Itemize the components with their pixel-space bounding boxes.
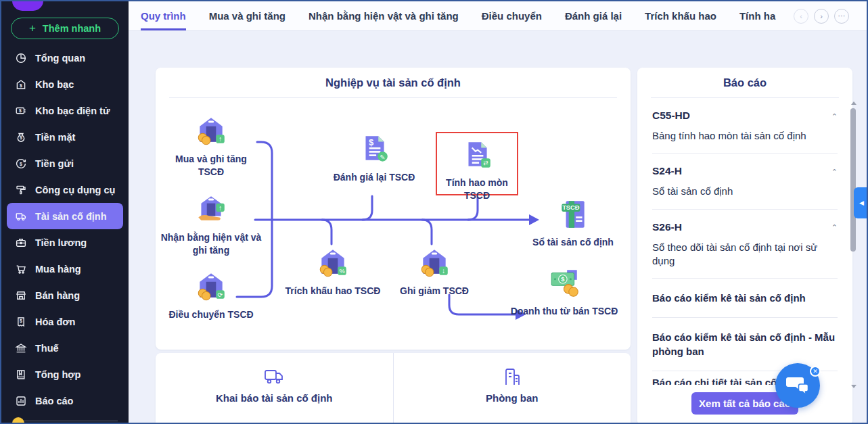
- report-item-kiem-ke[interactable]: Báo cáo kiểm kê tài sản cố định: [652, 279, 838, 318]
- report-description[interactable]: Sổ tài sản cố định: [652, 185, 838, 198]
- flow-node-label[interactable]: Sổ tài sản cố định: [526, 236, 620, 249]
- scrollbar-thumb[interactable]: [850, 108, 856, 252]
- purchase-icon: [15, 263, 27, 275]
- quick-add-button[interactable]: + Thêm nhanh: [11, 18, 119, 39]
- tabs-scroll-left-button[interactable]: ‹: [794, 9, 808, 24]
- svg-text:$: $: [19, 108, 22, 114]
- sidebar-item-label: Hóa đơn: [35, 316, 75, 327]
- tax-icon: [15, 342, 27, 354]
- report-group-s26-h[interactable]: S26-H ⌃ Sổ theo dõi tài sản cố định tại …: [652, 210, 838, 279]
- sidebar-item-label: Tiền lương: [35, 237, 87, 248]
- svg-text:%: %: [339, 268, 344, 275]
- sidebar-item-tong-quan[interactable]: Tổng quan: [1, 45, 129, 71]
- tab-danh-gia-lai[interactable]: Đánh giá lại: [565, 1, 622, 30]
- panel-collapse-handle[interactable]: ◀: [854, 187, 868, 218]
- sidebar-item-hoa-don[interactable]: $ Hóa đơn: [1, 308, 129, 335]
- sidebar-item-label: Báo cáo: [35, 396, 73, 406]
- flow-node-label[interactable]: Điều chuyển TSCĐ: [164, 308, 258, 321]
- flow-node-label[interactable]: Tính hao mòn TSCĐ: [437, 176, 517, 202]
- flow-node-danh-gia-lai[interactable]: $✎ Đánh giá lại TSCĐ: [327, 132, 421, 184]
- app-window: { "sidebar": { "quick_add_label": "Thêm …: [0, 0, 868, 424]
- tabs: Quy trình Mua và ghi tăng Nhận bằng hiện…: [129, 1, 787, 30]
- svg-text:$: $: [20, 319, 22, 324]
- e-treasury-icon: $: [15, 105, 27, 117]
- report-group-s24-h[interactable]: S24-H ⌃ Sổ tài sản cố định: [652, 154, 838, 209]
- tabs-scroll-right-button[interactable]: ›: [814, 9, 829, 24]
- tab-tinh-hao-mon[interactable]: Tính ha: [739, 1, 775, 30]
- flow-node-tinh-hao-mon-highlighted[interactable]: ⇄ Tính hao mòn TSCĐ: [436, 132, 518, 195]
- svg-text:$: $: [561, 276, 565, 283]
- sidebar-avatar[interactable]: [12, 417, 24, 424]
- flow-node-trich-khau-hao[interactable]: % Trích khấu hao TSCĐ: [279, 245, 387, 298]
- sidebar-item-label: Tiền gửi: [35, 158, 74, 169]
- setup-item-phong-ban[interactable]: Phòng ban: [393, 353, 631, 424]
- flow-node-nhan-bang-hien-vat[interactable]: ↑ Nhận bằng hiện vật và ghi tăng: [160, 192, 262, 257]
- flow-node-label[interactable]: Trích khấu hao TSCĐ: [279, 285, 387, 298]
- cash-icon: $: [15, 131, 27, 143]
- flow-node-label[interactable]: Doanh thu từ bán TSCĐ: [510, 305, 618, 318]
- flow-node-dieu-chuyen[interactable]: ⟳ Điều chuyển TSCĐ: [164, 269, 258, 321]
- document-revaluation-icon: $✎: [357, 132, 391, 166]
- report-icon: [15, 395, 27, 407]
- chevron-up-icon[interactable]: ⌃: [831, 112, 838, 121]
- tabs-more-button[interactable]: ⋯: [834, 9, 849, 24]
- tab-nav-controls: ‹ › ⋯: [787, 1, 867, 30]
- setup-item-label[interactable]: Phòng ban: [486, 392, 539, 404]
- chat-close-icon[interactable]: ✕: [810, 366, 821, 377]
- report-code: S26-H: [652, 221, 682, 233]
- sidebar-item-bao-cao[interactable]: Báo cáo: [1, 387, 129, 414]
- flow-node-ghi-giam[interactable]: ↓ Ghi giảm TSCĐ: [373, 245, 495, 298]
- sidebar: + Thêm nhanh Tổng quan $ Kho bạc $ Kho b…: [1, 1, 129, 423]
- flow-node-doanh-thu[interactable]: $ Doanh thu từ bán TSCĐ: [510, 266, 618, 318]
- sidebar-item-cong-cu-dung-cu[interactable]: Công cụ dụng cụ: [1, 176, 129, 203]
- flow-node-label[interactable]: Mua và ghi tăng TSCĐ: [164, 153, 258, 179]
- sidebar-item-kho-bac[interactable]: $ Kho bạc: [1, 71, 129, 97]
- svg-text:$: $: [20, 83, 22, 88]
- sidebar-item-label: Tài sản cố định: [35, 211, 107, 222]
- report-item-kiem-ke-mau-phong-ban[interactable]: Báo cáo kiểm kê tài sản cố định - Mẫu ph…: [652, 318, 838, 371]
- warehouse-down-icon: ↓: [417, 245, 451, 279]
- report-description[interactable]: Bảng tính hao mòn tài sản cố định: [652, 129, 838, 143]
- invoice-icon: $: [15, 316, 27, 328]
- report-group-c55-hd[interactable]: C55-HD ⌃ Bảng tính hao mòn tài sản cố đị…: [652, 98, 838, 154]
- tab-mua-va-ghi-tang[interactable]: Mua và ghi tăng: [209, 1, 285, 30]
- chevron-up-icon[interactable]: ⌃: [831, 168, 838, 176]
- flow-node-label[interactable]: Đánh giá lại TSCĐ: [327, 171, 421, 184]
- setup-item-label[interactable]: Khai báo tài sản cố định: [216, 392, 333, 404]
- tab-trich-khau-hao[interactable]: Trích khấu hao: [645, 1, 716, 30]
- treasury-icon: $: [15, 78, 27, 91]
- ledger-icon: [15, 369, 27, 381]
- reports-scrollbar[interactable]: [850, 101, 857, 388]
- flow-node-label[interactable]: Ghi giảm TSCĐ: [373, 285, 495, 298]
- sidebar-item-tien-gui[interactable]: $ Tiền gửi: [1, 150, 129, 176]
- reports-title: Báo cáo: [651, 68, 839, 98]
- deposit-icon: $: [15, 158, 27, 170]
- reports-list: C55-HD ⌃ Bảng tính hao mòn tài sản cố đị…: [637, 98, 852, 385]
- sidebar-item-tai-san-co-dinh[interactable]: Tài sản cố định: [7, 203, 123, 229]
- sidebar-item-mua-hang[interactable]: Mua hàng: [1, 256, 129, 282]
- flow-node-so-tai-san[interactable]: TSCĐ Sổ tài sản cố định: [526, 197, 620, 249]
- flow-node-label[interactable]: Nhận bằng hiện vật và ghi tăng: [160, 231, 262, 257]
- sidebar-item-thue[interactable]: Thuế: [1, 335, 129, 361]
- chevron-up-icon[interactable]: ⌃: [831, 223, 838, 232]
- svg-text:⟳: ⟳: [218, 291, 223, 298]
- sidebar-item-tong-hop[interactable]: Tổng hợp: [1, 361, 129, 387]
- scrollbar-down-arrow[interactable]: [851, 385, 856, 388]
- sidebar-item-label: Kho bạc: [35, 79, 74, 90]
- sales-icon: [15, 289, 27, 302]
- setup-item-khai-bao-tscd[interactable]: Khai báo tài sản cố định: [156, 353, 393, 424]
- tab-nhan-bang-hien-vat[interactable]: Nhận bằng hiện vật và ghi tăng: [309, 1, 459, 30]
- sidebar-item-kho-bac-dien-tu[interactable]: $ Kho bạc điện tử: [1, 97, 129, 124]
- chat-widget-button[interactable]: ✕: [775, 363, 820, 408]
- report-description[interactable]: Sổ theo dõi tài sản cố định tại nơi sử d…: [652, 241, 838, 268]
- document-depreciation-icon: ⇄: [460, 138, 494, 172]
- flow-node-mua-va-ghi-tang[interactable]: ↑ Mua và ghi tăng TSCĐ: [164, 114, 258, 179]
- tab-dieu-chuyen[interactable]: Điều chuyển: [482, 1, 542, 30]
- chat-bubbles-icon: [785, 375, 810, 396]
- sidebar-item-label: Kho bạc điện tử: [35, 105, 110, 116]
- tab-quy-trinh[interactable]: Quy trình: [141, 1, 186, 30]
- sidebar-item-tien-mat[interactable]: $ Tiền mặt: [1, 124, 129, 150]
- sidebar-item-tien-luong[interactable]: Tiền lương: [1, 229, 129, 256]
- scrollbar-up-arrow[interactable]: [851, 101, 856, 105]
- sidebar-item-ban-hang[interactable]: Bán hàng: [1, 282, 129, 308]
